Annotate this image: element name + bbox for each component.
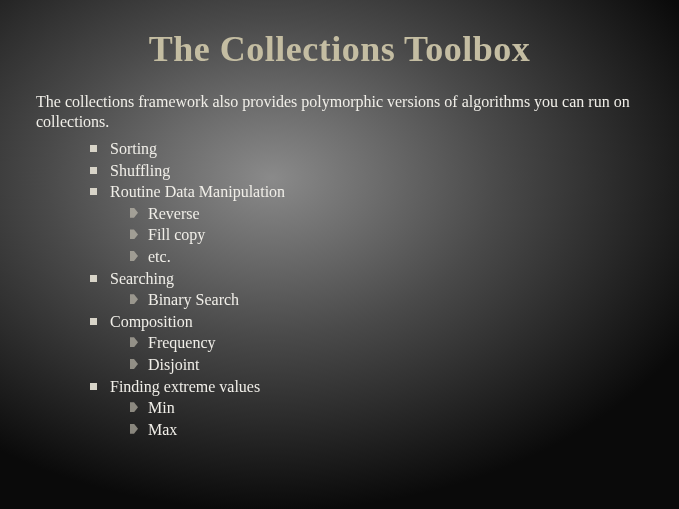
sub-list-item: Frequency bbox=[130, 332, 643, 354]
list-item-label: Composition bbox=[110, 313, 193, 330]
slide-title: The Collections Toolbox bbox=[36, 28, 643, 70]
list-item: Shuffling bbox=[90, 160, 643, 182]
intro-text: The collections framework also provides … bbox=[36, 92, 643, 132]
list-item-label: Searching bbox=[110, 270, 174, 287]
sub-list-item: Reverse bbox=[130, 203, 643, 225]
bullet-list: Sorting Shuffling Routine Data Manipulat… bbox=[36, 138, 643, 440]
slide: The Collections Toolbox The collections … bbox=[0, 0, 679, 468]
list-item: Searching Binary Search bbox=[90, 268, 643, 311]
list-item: Routine Data Manipulation Reverse Fill c… bbox=[90, 181, 643, 267]
sub-list: Min Max bbox=[110, 397, 643, 440]
sub-list-item: Binary Search bbox=[130, 289, 643, 311]
list-item-label: Routine Data Manipulation bbox=[110, 183, 285, 200]
sub-list: Binary Search bbox=[110, 289, 643, 311]
sub-list: Frequency Disjoint bbox=[110, 332, 643, 375]
list-item-label: Sorting bbox=[110, 140, 157, 157]
list-item-label: Shuffling bbox=[110, 162, 170, 179]
list-item: Sorting bbox=[90, 138, 643, 160]
sub-list-item: Fill copy bbox=[130, 224, 643, 246]
list-item: Finding extreme values Min Max bbox=[90, 376, 643, 441]
sub-list-item: Min bbox=[130, 397, 643, 419]
sub-list: Reverse Fill copy etc. bbox=[110, 203, 643, 268]
sub-list-item: Disjoint bbox=[130, 354, 643, 376]
sub-list-item: Max bbox=[130, 419, 643, 441]
list-item-label: Finding extreme values bbox=[110, 378, 260, 395]
sub-list-item: etc. bbox=[130, 246, 643, 268]
list-item: Composition Frequency Disjoint bbox=[90, 311, 643, 376]
